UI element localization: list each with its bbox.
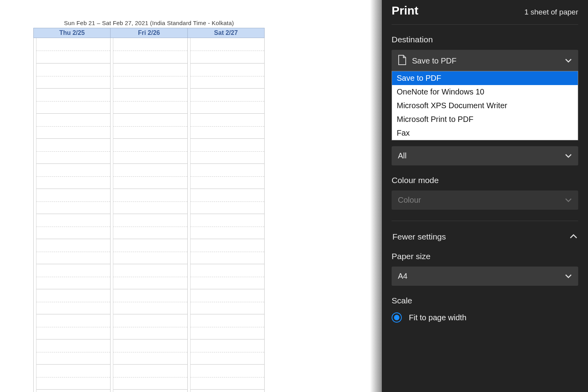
colour-mode-label: Colour mode (392, 176, 578, 185)
pages-select[interactable]: All (392, 146, 578, 165)
destination-option[interactable]: Microsoft XPS Document Writer (392, 99, 578, 113)
destination-label: Destination (392, 35, 578, 44)
destination-dropdown: Save to PDF OneNote for Windows 10 Micro… (392, 71, 578, 140)
scale-fit-label: Fit to page width (409, 313, 466, 322)
sheet-count: 1 sheet of paper (524, 8, 578, 16)
colour-mode-select[interactable]: Colour (392, 191, 578, 210)
chevron-down-icon (565, 274, 572, 279)
paper-size-label: Paper size (392, 252, 578, 261)
destination-option[interactable]: OneNote for Windows 10 (392, 85, 578, 99)
calendar-column (188, 38, 264, 392)
calendar-column (34, 38, 111, 392)
calendar-title: Sun Feb 21 – Sat Feb 27, 2021 (India Sta… (33, 20, 265, 26)
colour-mode-value: Colour (398, 196, 565, 205)
chevron-down-icon (565, 198, 572, 203)
file-icon (398, 55, 407, 67)
panel-title: Print (392, 4, 418, 17)
scale-fit-radio[interactable]: Fit to page width (392, 312, 578, 323)
chevron-up-icon (570, 233, 577, 240)
destination-option[interactable]: Microsoft Print to PDF (392, 113, 578, 126)
day-header: Thu 2/25 (34, 28, 111, 38)
destination-value: Save to PDF (412, 56, 565, 65)
destination-select[interactable]: Save to PDF (392, 50, 578, 72)
pages-value: All (398, 151, 565, 160)
fewer-settings-toggle[interactable]: Fewer settings (392, 221, 578, 241)
destination-option[interactable]: Fax (392, 126, 578, 140)
paper-size-select[interactable]: A4 (392, 267, 578, 286)
paper-size-value: A4 (398, 272, 565, 281)
radio-selected-icon (392, 312, 402, 323)
fewer-settings-label: Fewer settings (392, 232, 446, 241)
calendar-preview: Sun Feb 21 – Sat Feb 27, 2021 (India Sta… (33, 20, 265, 392)
calendar-column (111, 38, 187, 392)
panel-divider (370, 0, 382, 392)
day-header: Fri 2/26 (111, 28, 187, 38)
day-header: Sat 2/27 (188, 28, 264, 38)
calendar-day-header: Thu 2/25 Fri 2/26 Sat 2/27 (33, 28, 265, 38)
panel-header: Print 1 sheet of paper (392, 0, 578, 25)
scale-label: Scale (392, 296, 578, 305)
destination-option[interactable]: Save to PDF (392, 71, 578, 85)
chevron-down-icon (565, 154, 572, 158)
print-preview: Sun Feb 21 – Sat Feb 27, 2021 (India Sta… (0, 0, 370, 392)
chevron-down-icon (565, 58, 572, 63)
calendar-grid (33, 38, 265, 392)
print-panel: Print 1 sheet of paper Destination Save … (382, 0, 588, 392)
